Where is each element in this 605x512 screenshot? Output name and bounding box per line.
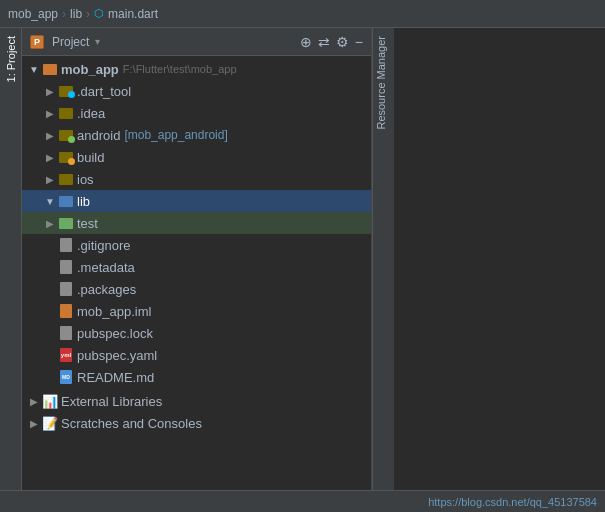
scratches-label: Scratches and Consoles [61, 416, 202, 431]
root-path: F:\Flutter\test\mob_app [123, 63, 237, 75]
tree-scratches[interactable]: ▶ 📝 Scratches and Consoles [22, 412, 371, 434]
lib-arrow: ▼ [42, 193, 58, 209]
pubspec-yaml-icon: yml [58, 347, 74, 363]
scratches-arrow: ▶ [26, 415, 42, 431]
tree-readme[interactable]: ▶ MD README.md [22, 366, 371, 388]
project-tree: ▼ mob_app F:\Flutter\test\mob_app ▶ [22, 56, 371, 490]
tree-packages[interactable]: ▶ .packages [22, 278, 371, 300]
panel-title: Project [52, 35, 89, 49]
bottom-bar: https://blog.csdn.net/qq_45137584 [0, 490, 605, 512]
tree-dart-tool[interactable]: ▶ .dart_tool [22, 80, 371, 102]
pubspec-lock-icon [58, 325, 74, 341]
gear-icon[interactable]: ⚙ [336, 34, 349, 50]
project-icon: P [30, 35, 44, 49]
external-libraries-arrow: ▶ [26, 393, 42, 409]
tree-iml[interactable]: ▶ mob_app.iml [22, 300, 371, 322]
dart-tool-label: .dart_tool [77, 84, 131, 99]
tree-gitignore[interactable]: ▶ .gitignore [22, 234, 371, 256]
tree-android[interactable]: ▶ android [mob_app_android] [22, 124, 371, 146]
gitignore-label: .gitignore [77, 238, 130, 253]
tree-ios[interactable]: ▶ ios [22, 168, 371, 190]
minimize-icon[interactable]: − [355, 34, 363, 50]
tree-idea[interactable]: ▶ .idea [22, 102, 371, 124]
android-badge: [mob_app_android] [124, 128, 227, 142]
lib-label: lib [77, 194, 90, 209]
panel-header: P Project ▾ ⊕ ⇄ ⚙ − [22, 28, 371, 56]
idea-label: .idea [77, 106, 105, 121]
idea-arrow: ▶ [42, 105, 58, 121]
build-icon [58, 149, 74, 165]
build-label: build [77, 150, 104, 165]
metadata-icon [58, 259, 74, 275]
readme-icon: MD [58, 369, 74, 385]
readme-label: README.md [77, 370, 154, 385]
breadcrumb-file[interactable]: main.dart [108, 7, 158, 21]
breadcrumb-sep2: › [86, 7, 90, 21]
test-label: test [77, 216, 98, 231]
ios-arrow: ▶ [42, 171, 58, 187]
lib-icon [58, 193, 74, 209]
bottom-url: https://blog.csdn.net/qq_45137584 [428, 496, 597, 508]
tree-pubspec-yaml[interactable]: ▶ yml pubspec.yaml [22, 344, 371, 366]
breadcrumb-project[interactable]: mob_app [8, 7, 58, 21]
external-libraries-label: External Libraries [61, 394, 162, 409]
android-arrow: ▶ [42, 127, 58, 143]
iml-icon [58, 303, 74, 319]
breadcrumb-lib[interactable]: lib [70, 7, 82, 21]
iml-label: mob_app.iml [77, 304, 151, 319]
scratches-icon: 📝 [42, 415, 58, 431]
tree-test[interactable]: ▶ test [22, 212, 371, 234]
split-icon[interactable]: ⇄ [318, 34, 330, 50]
right-side-tabs: Resource Manager [372, 28, 394, 490]
tree-root[interactable]: ▼ mob_app F:\Flutter\test\mob_app [22, 58, 371, 80]
breadcrumb-bar: mob_app › lib › ⬡ main.dart [0, 0, 605, 28]
vertical-tab-strip: 1: Project [0, 28, 22, 490]
packages-label: .packages [77, 282, 136, 297]
breadcrumb-file-icon: ⬡ [94, 7, 104, 20]
dart-tool-arrow: ▶ [42, 83, 58, 99]
root-arrow: ▼ [26, 61, 42, 77]
android-icon [58, 127, 74, 143]
packages-icon [58, 281, 74, 297]
pubspec-lock-label: pubspec.lock [77, 326, 153, 341]
ios-icon [58, 171, 74, 187]
metadata-label: .metadata [77, 260, 135, 275]
main-layout: 1: Project P Project ▾ ⊕ ⇄ ⚙ − ▼ [0, 28, 605, 490]
external-libraries-icon: 📊 [42, 393, 58, 409]
idea-icon [58, 105, 74, 121]
build-arrow: ▶ [42, 149, 58, 165]
test-icon [58, 215, 74, 231]
resource-manager-tab[interactable]: Resource Manager [373, 28, 394, 138]
dart-tool-icon [58, 83, 74, 99]
gitignore-icon [58, 237, 74, 253]
tree-build[interactable]: ▶ build [22, 146, 371, 168]
root-folder-icon [42, 61, 58, 77]
tree-external-libraries[interactable]: ▶ 📊 External Libraries [22, 390, 371, 412]
test-arrow: ▶ [42, 215, 58, 231]
tree-pubspec-lock[interactable]: ▶ pubspec.lock [22, 322, 371, 344]
breadcrumb-sep1: › [62, 7, 66, 21]
project-tab-label[interactable]: 1: Project [3, 28, 19, 90]
tree-lib[interactable]: ▼ lib [22, 190, 371, 212]
pubspec-yaml-label: pubspec.yaml [77, 348, 157, 363]
globe-icon[interactable]: ⊕ [300, 34, 312, 50]
project-panel: P Project ▾ ⊕ ⇄ ⚙ − ▼ mob_app [22, 28, 372, 490]
tree-metadata[interactable]: ▶ .metadata [22, 256, 371, 278]
root-label: mob_app [61, 62, 119, 77]
panel-dropdown-arrow[interactable]: ▾ [95, 36, 100, 47]
android-label: android [77, 128, 120, 143]
ios-label: ios [77, 172, 94, 187]
